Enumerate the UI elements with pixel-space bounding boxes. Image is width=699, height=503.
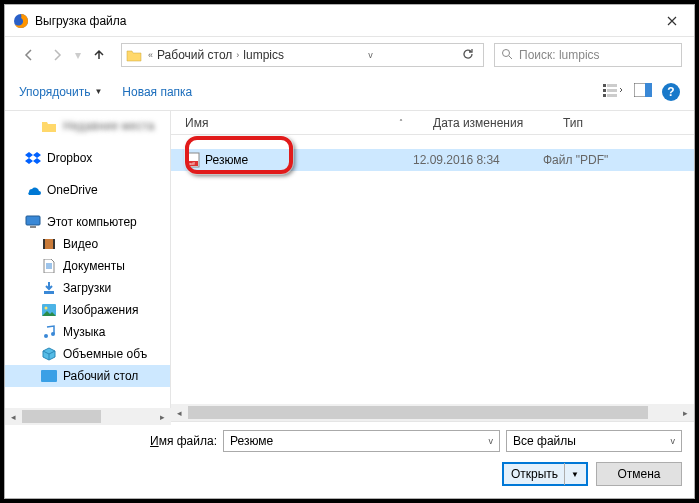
sidebar-item-video[interactable]: Видео [5,233,170,255]
window-title: Выгрузка файла [35,14,649,28]
svg-point-1 [503,49,510,56]
file-type: Файл "PDF" [543,153,694,167]
chevron-down-icon[interactable]: v [489,436,494,446]
titlebar: Выгрузка файла [5,5,694,37]
file-list[interactable]: pdf Резюме 12.09.2016 8:34 Файл "PDF" [171,135,694,404]
folder-icon [41,118,57,134]
dropbox-icon [25,150,41,166]
sidebar-item-3dobjects[interactable]: Объемные объ [5,343,170,365]
svg-rect-7 [607,94,617,97]
scroll-left-icon[interactable]: ◂ [5,408,22,421]
column-date[interactable]: Дата изменения [433,116,563,130]
scroll-left-icon[interactable]: ◂ [171,404,188,421]
filename-input[interactable]: Резюме v [223,430,500,452]
bottom-panel: Имя файла: Резюме v Все файлы v Открыть … [5,421,694,498]
nav-forward-button[interactable] [45,43,69,67]
new-folder-button[interactable]: Новая папка [122,85,192,99]
scrollbar-thumb[interactable] [22,410,101,421]
arrow-up-icon [92,48,106,62]
document-icon [41,258,57,274]
file-date: 12.09.2016 8:34 [413,153,543,167]
pdf-icon: pdf [185,152,205,168]
folder-icon [126,48,142,62]
open-button[interactable]: Открыть ▼ [502,462,588,486]
preview-pane-icon[interactable] [634,83,652,101]
cancel-button[interactable]: Отмена [596,462,682,486]
chevron-down-icon[interactable]: ▼ [564,463,579,485]
cube-icon [41,346,57,362]
filename-row: Имя файла: Резюме v Все файлы v [17,430,682,452]
close-button[interactable] [649,5,694,36]
sidebar-item-thispc[interactable]: Этот компьютер [5,211,170,233]
column-headers: Имя ˄ Дата изменения Тип [171,111,694,135]
svg-point-19 [51,332,55,336]
column-name[interactable]: Имя ˄ [185,116,433,130]
nav-back-button[interactable] [17,43,41,67]
filename-label: Имя файла: [17,434,217,448]
svg-rect-10 [26,216,40,225]
svg-rect-20 [41,370,57,382]
nav-up-button[interactable] [87,43,111,67]
sidebar-hscrollbar[interactable]: ◂ ▸ [5,408,171,421]
svg-rect-4 [603,89,606,92]
video-icon [41,236,57,252]
scroll-right-icon[interactable]: ▸ [677,404,694,421]
file-row[interactable]: pdf Резюме 12.09.2016 8:34 Файл "PDF" [171,149,694,171]
sidebar-item-downloads[interactable]: Загрузки [5,277,170,299]
column-type[interactable]: Тип [563,116,694,130]
filepane-hscrollbar[interactable]: ◂ ▸ [171,404,694,421]
svg-text:pdf: pdf [189,161,195,166]
search-input[interactable]: Поиск: lumpics [494,43,682,67]
filetype-filter[interactable]: Все файлы v [506,430,682,452]
breadcrumb-part[interactable]: lumpics [243,48,284,62]
scrollbar-thumb[interactable] [188,406,648,419]
help-button[interactable]: ? [662,83,680,101]
breadcrumb-part[interactable]: Рабочий стол [157,48,232,62]
download-icon [41,280,57,296]
chevron-icon: « [148,50,153,60]
chevron-down-icon[interactable]: v [671,436,676,446]
desktop-icon [41,368,57,384]
music-icon [41,324,57,340]
sidebar-item-desktop[interactable]: Рабочий стол [5,365,170,387]
svg-rect-9 [645,83,652,97]
sidebar-item-dropbox[interactable]: Dropbox [5,147,170,169]
sidebar-item-recent[interactable]: Недавние места [5,115,170,137]
computer-icon [25,214,41,230]
arrow-right-icon [50,48,64,62]
svg-rect-5 [607,89,617,92]
dialog-body: Недавние места Dropbox OneDrive Этот ком… [5,111,694,421]
view-options [602,82,652,102]
chevron-right-icon: › [236,50,239,60]
svg-rect-14 [53,239,55,249]
search-placeholder: Поиск: lumpics [519,48,600,62]
organize-button[interactable]: Упорядочить ▼ [19,85,102,99]
sidebar-item-music[interactable]: Музыка [5,321,170,343]
firefox-icon [13,13,29,29]
file-name: Резюме [205,153,248,167]
refresh-icon[interactable] [461,47,475,64]
onedrive-icon [25,182,41,198]
sidebar-item-pictures[interactable]: Изображения [5,299,170,321]
chevron-down-icon: ▼ [94,87,102,96]
svg-rect-6 [603,94,606,97]
svg-point-18 [44,334,48,338]
sort-caret-icon: ˄ [399,118,403,127]
svg-point-17 [45,307,48,310]
close-icon [667,16,677,26]
svg-rect-2 [603,84,606,87]
button-row: Открыть ▼ Отмена [17,462,682,486]
chevron-down-icon[interactable]: v [368,50,373,60]
scroll-right-icon[interactable]: ▸ [154,408,171,421]
svg-rect-11 [30,226,36,228]
svg-rect-15 [44,291,54,294]
view-details-icon[interactable] [602,82,624,102]
sidebar-item-onedrive[interactable]: OneDrive [5,179,170,201]
svg-rect-3 [607,84,617,87]
svg-rect-13 [43,239,45,249]
nav-separator: ▾ [75,48,81,62]
breadcrumb[interactable]: « Рабочий стол › lumpics v [121,43,484,67]
sidebar-item-documents[interactable]: Документы [5,255,170,277]
file-dialog-window: Выгрузка файла ▾ « Рабочий стол › lumpic… [4,4,695,499]
toolbar: Упорядочить ▼ Новая папка ? [5,73,694,111]
